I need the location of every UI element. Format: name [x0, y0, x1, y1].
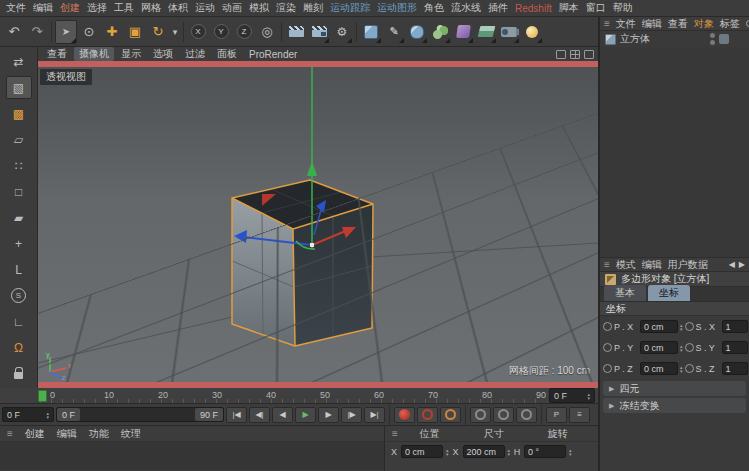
menu-mesh[interactable]: 网格 [141, 1, 161, 15]
rotation-h-input[interactable]: 0 ° [524, 445, 566, 458]
viewport-canvas[interactable]: 透视视图 网格间距 : 100 cm y x z [38, 67, 598, 382]
render-view-button[interactable] [285, 20, 307, 44]
environment-button[interactable] [475, 20, 497, 44]
menu-edit[interactable]: 编辑 [33, 1, 53, 15]
panel-menu-icon[interactable]: ≡ [7, 428, 13, 439]
record-scale-button[interactable] [493, 407, 514, 423]
render-picture-viewer-button[interactable] [308, 20, 330, 44]
polygons-mode-button[interactable]: ▰ [6, 206, 32, 229]
single-view-icon[interactable] [556, 50, 566, 59]
material-list-area[interactable] [0, 442, 384, 470]
workplane-lock-button[interactable]: ∟ [6, 310, 32, 333]
pz-input[interactable]: 0 cm [640, 362, 678, 375]
render-settings-button[interactable]: ⚙ [331, 20, 353, 44]
menu-pipeline[interactable]: 流水线 [451, 1, 481, 15]
mat-menu-function[interactable]: 功能 [89, 427, 109, 441]
workplane-mode-button[interactable]: ▱ [6, 128, 32, 151]
stepper-icon[interactable]: ▴▾ [569, 448, 572, 456]
panel-menu-icon[interactable]: ≡ [604, 18, 610, 29]
stepper-icon[interactable]: ▴▾ [46, 411, 49, 419]
four-view-icon[interactable] [570, 50, 580, 59]
view-label[interactable]: 透视视图 [40, 69, 92, 85]
menu-plugins[interactable]: 插件 [488, 1, 508, 15]
stepper-icon[interactable]: ▴▾ [680, 344, 683, 352]
vp-menu-panel[interactable]: 面板 [212, 47, 242, 61]
visibility-dots[interactable] [710, 33, 715, 45]
mat-menu-edit[interactable]: 编辑 [57, 427, 77, 441]
sx-input[interactable]: 1 [722, 320, 748, 333]
pen-tool-button[interactable]: ✎ [383, 20, 405, 44]
phong-tag-icon[interactable] [733, 34, 744, 45]
panel-menu-icon[interactable]: ≡ [604, 259, 610, 270]
make-editable-button[interactable]: ⇄ [6, 50, 32, 73]
vp-menu-display[interactable]: 显示 [116, 47, 146, 61]
array-generator-button[interactable] [429, 20, 451, 44]
goto-start-button[interactable]: |◀ [226, 407, 247, 423]
live-selection-button[interactable]: ⊙ [78, 20, 100, 44]
axis-z-lock-button[interactable]: Z [233, 20, 255, 44]
record-keyframe-button[interactable] [394, 407, 415, 423]
object-row-cube[interactable]: 立方体 [600, 31, 749, 47]
am-menu-mode[interactable]: 模式 [616, 258, 636, 272]
selection-tool-button[interactable]: ➤ [55, 20, 77, 44]
light-button[interactable] [521, 20, 543, 44]
redo-button[interactable]: ↷ [26, 20, 48, 44]
range-handle-start[interactable]: 0 F [57, 408, 80, 421]
snap-button[interactable]: S [6, 284, 32, 307]
keyframe-dot-icon[interactable] [603, 364, 612, 373]
tab-basic[interactable]: 基本 [604, 285, 646, 301]
next-key-button[interactable]: |▶ [341, 407, 362, 423]
range-start-field[interactable]: 0 F ▴▾ [2, 407, 54, 422]
section-quaternion[interactable]: ▶ 四元 [603, 381, 746, 396]
am-menu-userdata[interactable]: 用户数据 [668, 258, 708, 272]
edges-mode-button[interactable]: □ [6, 180, 32, 203]
menu-motion[interactable]: 运动 [195, 1, 215, 15]
prev-frame-button[interactable]: ◀ [272, 407, 293, 423]
scale-tool-button[interactable]: ▣ [124, 20, 146, 44]
record-position-button[interactable] [470, 407, 491, 423]
menu-animate[interactable]: 动画 [222, 1, 242, 15]
menu-help[interactable]: 帮助 [613, 1, 633, 15]
stepper-icon[interactable]: ▴▾ [680, 323, 683, 331]
range-handle-end[interactable]: 90 F [195, 408, 223, 421]
position-x-input[interactable]: 0 cm [401, 445, 443, 458]
om-menu-edit[interactable]: 编辑 [642, 17, 662, 31]
history-back-icon[interactable]: ◀ [729, 260, 735, 269]
quantize-button[interactable]: Ω [6, 336, 32, 359]
keyframe-dot-icon[interactable] [685, 364, 694, 373]
rotate-tool-button[interactable]: ↻ [147, 20, 169, 44]
sz-input[interactable]: 1 [722, 362, 748, 375]
keyframe-dot-icon[interactable] [685, 343, 694, 352]
viewport-solo-button[interactable]: L [6, 258, 32, 281]
maximize-view-icon[interactable] [584, 50, 594, 59]
move-tool-button[interactable]: ✚ [101, 20, 123, 44]
subdivision-surface-button[interactable] [406, 20, 428, 44]
model-mode-button[interactable]: ▧ [6, 76, 32, 99]
camera-button[interactable] [498, 20, 520, 44]
stepper-icon[interactable]: ▴▾ [587, 392, 590, 400]
object-list-area[interactable] [600, 47, 749, 258]
size-x-input[interactable]: 200 cm [463, 445, 505, 458]
timeline-playhead[interactable] [38, 390, 47, 402]
next-frame-button[interactable]: ▶ [318, 407, 339, 423]
record-pla-button[interactable]: P [546, 407, 567, 423]
axis-x-lock-button[interactable]: X [187, 20, 209, 44]
polygon-tag-icon[interactable] [719, 34, 729, 44]
am-menu-edit[interactable]: 编辑 [642, 258, 662, 272]
om-menu-tags[interactable]: 标签 [720, 17, 740, 31]
last-tool-dropdown[interactable]: ▾ [170, 20, 180, 44]
frame-range-slider[interactable]: 0 F 90 F [56, 407, 224, 422]
autokey-button[interactable] [417, 407, 438, 423]
menu-redshift[interactable]: Redshift [515, 3, 552, 14]
stepper-icon[interactable]: ▴▾ [680, 365, 683, 373]
mat-menu-create[interactable]: 创建 [25, 427, 45, 441]
om-menu-view[interactable]: 查看 [668, 17, 688, 31]
keyframe-dot-icon[interactable] [685, 322, 694, 331]
current-frame-field[interactable]: 0 F ▴▾ [549, 388, 595, 403]
section-freeze-transform[interactable]: ▶ 冻结变换 [603, 398, 746, 413]
stepper-icon[interactable]: ▴▾ [446, 448, 449, 456]
keyframe-dot-icon[interactable] [603, 343, 612, 352]
tab-coordinates[interactable]: 坐标 [648, 285, 690, 301]
menu-script[interactable]: 脚本 [559, 1, 579, 15]
menu-file[interactable]: 文件 [6, 1, 26, 15]
